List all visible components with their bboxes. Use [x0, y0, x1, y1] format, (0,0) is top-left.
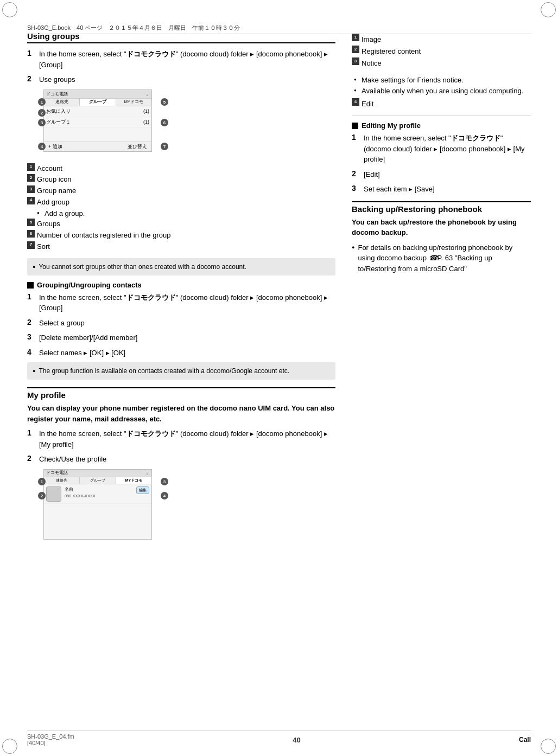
using-groups-section: Using groups 1 In the home screen, selec… — [27, 31, 335, 276]
backup-ref: ☎ — [429, 254, 437, 262]
ss2-label-2: 2 — [38, 491, 46, 500]
right-annotation-list: 1 Image 2 Registered content 3 Notice — [352, 34, 531, 69]
ss-label-2: 2 — [38, 108, 46, 117]
step-e1-num: 1 — [352, 133, 360, 142]
editing-heading-container: Editing My profile — [352, 121, 531, 130]
annotation-7: 7 Sort — [27, 241, 335, 253]
ss2-label-3: 3 — [161, 477, 168, 486]
step-mp1-num: 1 — [27, 428, 36, 437]
ss2-tab-contacts: 連絡先 — [44, 477, 80, 484]
step-g3-num: 3 — [27, 332, 36, 341]
step-2-editing: 2 [Edit] — [352, 169, 531, 180]
ss-empty-space — [44, 128, 151, 142]
right-ann-1-label: Image — [362, 34, 381, 46]
info-bullet-2: ● — [33, 368, 35, 375]
ss2-header-icon: ⋮ — [145, 471, 149, 476]
ss-footer-sort: 並び替え — [128, 143, 147, 150]
ss-header-text: ドコモ電話 — [46, 91, 68, 97]
black-square-grouping — [27, 282, 34, 289]
right-notice-sub: Make settings for Friends notice. Availa… — [354, 75, 531, 96]
step-g2-num: 2 — [27, 318, 36, 326]
annotation-6: 6 Number of contacts registered in the g… — [27, 230, 335, 241]
japanese-text-1: ドコモクラウド — [126, 50, 176, 58]
editing-my-profile-section: Editing My profile 1 In the home screen,… — [352, 121, 531, 195]
corner-mark-tl — [2, 2, 17, 17]
ss-footer: + 追加 並び替え — [44, 142, 151, 151]
annotation-1-label: Account — [37, 163, 62, 175]
info-bullet-1: ● — [33, 264, 35, 271]
ss2-profile-image — [46, 486, 61, 502]
page-footer: SH-03G_E_04.fm [40/40] 40 Call — [27, 731, 531, 746]
info-box-1-text: You cannot sort groups other than ones c… — [39, 262, 246, 272]
ss-tab-mydocomo: MYドコモ — [116, 99, 151, 106]
right-notice-sub-2: Available only when you are using cloud … — [354, 86, 531, 97]
step-g1-text: In the home screen, select "ドコモクラウド" (do… — [39, 292, 335, 313]
page: SH-03G_E.book 40 ページ ２０１５年４月６日 月曜日 午前１０時… — [0, 0, 558, 756]
backup-desc: You can back up/restore the phonebook by… — [352, 217, 531, 238]
my-profile-section: My profile You can display your phone nu… — [27, 387, 335, 548]
step-2-text: Use groups — [39, 74, 75, 85]
step-1-editing: 1 In the home screen, select "ドコモクラウド" (… — [352, 133, 531, 165]
ss-row-group1-count: (1) — [143, 119, 149, 125]
my-profile-desc: You can display your phone number regist… — [27, 403, 335, 424]
annotation-2: 2 Group icon — [27, 174, 335, 185]
ss-label-7: 7 — [161, 142, 168, 151]
grouping-section: Grouping/Ungrouping contacts 1 In the ho… — [27, 281, 335, 380]
step-mp2-text: Check/Use the profile — [39, 454, 106, 465]
annotation-4-label: Add group — [37, 197, 69, 208]
annotation-7-label: Sort — [37, 241, 50, 253]
ss2-label-4: 4 — [161, 491, 168, 500]
step-2-grouping: 2 Select a group — [27, 318, 335, 329]
step-mp1-text: In the home screen, select "ドコモクラウド" (do… — [39, 428, 335, 450]
step-g3-text: [Delete member]/[Add member] — [39, 332, 137, 343]
ss-tab-groups: グループ — [80, 99, 116, 106]
footer-call-label: Call — [519, 736, 531, 744]
ss-label-5: 5 — [161, 97, 168, 106]
right-ann-4-label: Edit — [362, 98, 373, 110]
left-column: Using groups 1 In the home screen, selec… — [27, 31, 335, 723]
corner-mark-bl — [2, 739, 17, 754]
ss2-profile-info: 名前 090 XXXX-XXXX — [65, 486, 136, 501]
ss-row-group1: グループ１ (1) — [44, 117, 151, 128]
grouping-heading: Grouping/Ungrouping contacts — [37, 281, 142, 289]
ss-label-3: 3 — [38, 118, 46, 127]
annotation-6-label: Number of contacts registered in the gro… — [37, 230, 170, 241]
step-e2-text: [Edit] — [364, 169, 380, 180]
step-e2-num: 2 — [352, 169, 360, 178]
annotation-2-label: Group icon — [37, 174, 72, 185]
step-1-num: 1 — [27, 49, 36, 57]
backup-section: Backing up/Restoring phonebook You can b… — [352, 201, 531, 274]
divider-1 — [352, 116, 531, 116]
step-1-grouping: 1 In the home screen, select "ドコモクラウド" (… — [27, 292, 335, 313]
editing-heading: Editing My profile — [362, 121, 421, 130]
my-profile-heading: My profile — [27, 390, 335, 400]
step-2-myprofile: 2 Check/Use the profile — [27, 454, 335, 465]
step-g4-num: 4 — [27, 348, 36, 356]
annotation-4: 4 Add group — [27, 197, 335, 208]
annotation-1: 1 Account — [27, 163, 335, 175]
right-column: 1 Image 2 Registered content 3 Notice Ma… — [352, 31, 531, 723]
ss-row-favorites-label: お気に入り — [46, 108, 71, 115]
backup-bullet-item: ● For details on backing up/restoring ph… — [352, 242, 531, 274]
ss-label-4: 4 — [38, 142, 46, 151]
step-3-editing: 3 Set each item ▸ [Save] — [352, 184, 531, 195]
step-e3-num: 3 — [352, 184, 360, 193]
ss-row-favorites-count: (1) — [143, 108, 149, 114]
groups-screenshot: ドコモ電話 ⋮ 連絡先 グループ MYドコモ お気に入り (1) — [38, 89, 168, 160]
ss2-edit-area: 編集 — [136, 486, 149, 501]
ss2-profile-phone: 090 XXXX-XXXX — [65, 494, 136, 498]
right-ann-1: 1 Image — [352, 34, 531, 46]
ss-label-1: 1 — [38, 97, 46, 106]
info-box-2-text: The group function is available on conta… — [39, 366, 289, 376]
backup-bullet-dot: ● — [352, 244, 354, 252]
ss2-empty — [44, 504, 151, 534]
ss-label-6: 6 — [161, 118, 168, 127]
info-box-2: ● The group function is available on con… — [27, 362, 335, 380]
ss-footer-add: + 追加 — [48, 143, 62, 150]
step-mp2-num: 2 — [27, 454, 36, 463]
right-ann-2: 2 Registered content — [352, 46, 531, 57]
step-1-text: In the home screen, select "ドコモクラウド" (do… — [39, 49, 335, 70]
myprofile-screenshot: ドコモ電話 ⋮ 連絡先 グループ MYドコモ — [38, 469, 168, 548]
ss2-edit-btn[interactable]: 編集 — [136, 486, 149, 494]
ss2-label-1: 1 — [38, 477, 46, 486]
